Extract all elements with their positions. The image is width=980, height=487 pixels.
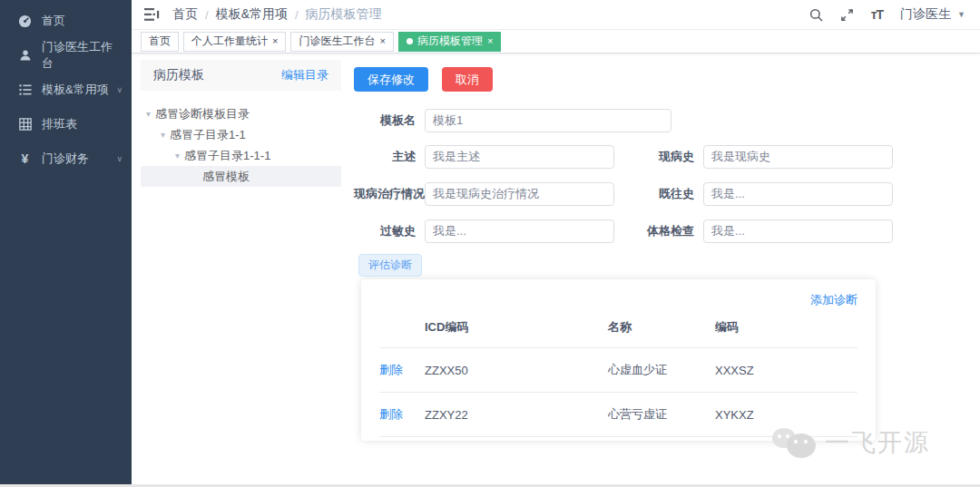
add-diagnosis-link[interactable]: 添加诊断 (810, 293, 858, 307)
tag-doctor-workbench[interactable]: 门诊医生工作台 × (290, 32, 393, 52)
tree-caret-icon[interactable]: ▾ (175, 151, 180, 161)
template-edit-form: 保存修改 取消 模板名 主述 现病史 现病治疗情况 (354, 67, 876, 441)
sidebar-item-doctor-workbench[interactable]: 门诊医生工作台 (0, 38, 132, 73)
sidebar-collapse-icon[interactable] (144, 8, 160, 21)
doctor-workbench-icon (18, 49, 32, 63)
diagnosis-table: ICD编码 名称 编码 删除 ZZXX50 心虚血少证 XXXSZ 删除 ZZX… (379, 310, 858, 437)
present-treatment-input[interactable] (425, 182, 614, 206)
edit-directory-link[interactable]: 编辑目录 (281, 67, 328, 83)
field-template-name: 模板名 (354, 109, 671, 132)
form-row: 现病治疗情况 既往史 (354, 182, 876, 206)
cancel-button[interactable]: 取消 (442, 67, 493, 92)
delete-link[interactable]: 删除 (379, 407, 403, 421)
tree-node-label: 感冒诊断模板目录 (155, 106, 250, 122)
close-icon[interactable]: × (487, 36, 493, 46)
wechat-bubbles-icon (770, 423, 818, 463)
fullscreen-icon[interactable] (840, 8, 854, 22)
template-items-icon (18, 83, 32, 97)
tree-caret-icon[interactable]: ▾ (161, 130, 165, 140)
field-allergy-history: 过敏史 (354, 219, 614, 243)
yuan-finance-icon: ¥ (18, 152, 32, 166)
past-history-input[interactable] (703, 182, 893, 206)
breadcrumb-item-templates[interactable]: 模板&常用项 (216, 6, 288, 23)
sidebar-item-label: 首页 (42, 13, 65, 29)
sidebar-item-finance[interactable]: ¥ 门诊财务 ∨ (0, 141, 132, 176)
tree-node[interactable]: ▾ 感冒子目录1-1-1 (141, 145, 341, 166)
sidebar-item-label: 门诊医生工作台 (42, 39, 122, 72)
field-label: 过敏史 (354, 223, 416, 239)
code-cell: XXXSZ (715, 348, 858, 393)
sidebar-item-schedule[interactable]: 排班表 (0, 107, 132, 141)
tree-node[interactable]: ▾ 感冒诊断模板目录 (141, 103, 341, 124)
active-dot-icon (407, 38, 413, 44)
form-row: 主述 现病史 (354, 145, 876, 169)
sidebar-item-templates[interactable]: 模板&常用项 ∨ (0, 73, 132, 107)
tag-label: 门诊医生工作台 (299, 34, 375, 49)
tree-node[interactable]: ▾ 感冒子目录1-1 (141, 124, 341, 145)
diagnosis-name-cell: 心营亏虚证 (608, 393, 715, 437)
template-tree-panel: 病历模板 编辑目录 ▾ 感冒诊断模板目录 ▾ 感冒子目录1-1 ▾ 感冒子目录1… (141, 60, 341, 187)
yifei-opensource-watermark: 一飞开源 (770, 423, 930, 463)
chief-complaint-input[interactable] (425, 145, 614, 169)
sidebar-item-label: 门诊财务 (42, 151, 89, 167)
form-actions: 保存修改 取消 (354, 67, 876, 92)
present-illness-input[interactable] (703, 145, 893, 169)
top-navbar: 首页 / 模板&常用项 / 病历模板管理 тT 门诊医生 ▼ (132, 0, 980, 30)
field-chief-complaint: 主述 (354, 145, 614, 169)
medical-template-admin-page: { "colors": { "primary_blue": "#2d8cf0",… (0, 0, 980, 487)
watermark-text: 一飞开源 (825, 426, 930, 459)
breadcrumb: 首页 / 模板&常用项 / 病历模板管理 (172, 6, 382, 23)
close-icon[interactable]: × (272, 36, 278, 46)
form-row: 模板名 (354, 109, 876, 132)
sidebar-item-label: 排班表 (42, 116, 77, 132)
tree-caret-icon[interactable]: ▾ (146, 109, 151, 119)
field-present-illness: 现病史 (614, 145, 893, 169)
column-header-action (379, 310, 425, 348)
breadcrumb-separator: / (295, 8, 299, 22)
physical-exam-input[interactable] (703, 219, 893, 243)
panel-title: 病历模板 (153, 67, 204, 83)
tree-node-selected[interactable]: 感冒模板 (141, 166, 341, 187)
caret-down-icon: ▼ (957, 10, 965, 19)
field-label: 现病治疗情况 (354, 186, 416, 202)
icd-code-cell: ZZXY22 (425, 393, 608, 437)
user-dropdown[interactable]: 门诊医生 ▼ (900, 6, 965, 23)
tag-personal-workload[interactable]: 个人工作量统计 × (183, 32, 286, 52)
main-area: 首页 / 模板&常用项 / 病历模板管理 тT 门诊医生 ▼ 首页 个人工作量统… (132, 0, 980, 487)
table-header-row: ICD编码 名称 编码 (379, 310, 858, 348)
tag-label: 病历模板管理 (417, 34, 483, 49)
field-label: 模板名 (354, 112, 416, 129)
tree-node-label: 感冒子目录1-1-1 (184, 148, 270, 164)
font-size-icon[interactable]: тT (871, 7, 883, 22)
diagnosis-name-cell: 心虚血少证 (608, 348, 715, 393)
add-row: 添加诊断 (379, 288, 858, 310)
allergy-history-input[interactable] (425, 219, 614, 243)
tag-label: 首页 (149, 34, 171, 49)
field-present-treatment: 现病治疗情况 (354, 182, 614, 206)
sidebar-item-home[interactable]: 首页 (0, 4, 132, 38)
close-icon[interactable]: × (379, 36, 385, 46)
search-icon[interactable] (809, 8, 823, 22)
tag-home[interactable]: 首页 (141, 32, 179, 52)
breadcrumb-item-current: 病历模板管理 (306, 6, 382, 23)
navbar-right-tools: тT 门诊医生 ▼ (809, 6, 965, 23)
template-name-input[interactable] (425, 109, 671, 132)
tree-node-label: 感冒子目录1-1 (170, 127, 246, 143)
field-label: 主述 (354, 149, 416, 165)
column-header-icd: ICD编码 (425, 310, 608, 348)
tag-label: 个人工作量统计 (191, 34, 268, 49)
breadcrumb-item-home[interactable]: 首页 (172, 6, 198, 23)
template-tree: ▾ 感冒诊断模板目录 ▾ 感冒子目录1-1 ▾ 感冒子目录1-1-1 感冒模板 (141, 91, 341, 187)
sidebar: 首页 门诊医生工作台 模板&常用项 ∨ 排班表 ¥ 门诊财务 ∨ (0, 0, 132, 487)
tab-assessment-diagnosis[interactable]: 评估诊断 (358, 254, 422, 277)
user-name: 门诊医生 (900, 6, 951, 23)
tags-view-bar: 首页 个人工作量统计 × 门诊医生工作台 × 病历模板管理 × (132, 30, 980, 54)
field-label: 现病史 (614, 149, 694, 165)
delete-link[interactable]: 删除 (379, 363, 403, 376)
field-physical-exam: 体格检查 (614, 219, 893, 243)
tag-template-management-active[interactable]: 病历模板管理 × (398, 32, 501, 52)
panel-header: 病历模板 编辑目录 (141, 60, 341, 91)
chevron-down-icon: ∨ (116, 85, 122, 94)
field-past-history: 既往史 (614, 182, 893, 206)
save-button[interactable]: 保存修改 (354, 67, 428, 92)
